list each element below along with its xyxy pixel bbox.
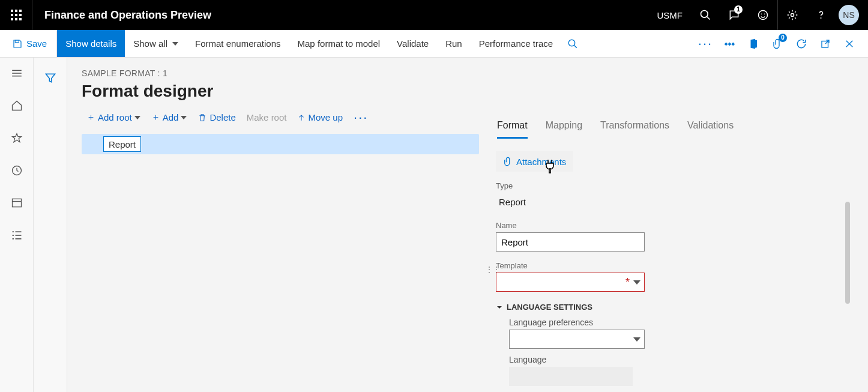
label-language: Language [509, 355, 863, 364]
chevron-down-icon [181, 116, 187, 119]
add-root-button[interactable]: ＋ Add root [84, 109, 143, 125]
messages-button[interactable]: 1 [720, 0, 749, 30]
perf-trace-button[interactable]: Performance trace [471, 30, 561, 57]
filter-icon [44, 72, 56, 84]
save-icon [12, 38, 23, 49]
nav-collapse-button[interactable] [7, 64, 26, 83]
nav-workspaces-button[interactable] [7, 193, 26, 213]
show-details-button[interactable]: Show details [57, 30, 125, 57]
nav-rail [0, 58, 34, 392]
filter-button[interactable] [41, 68, 60, 88]
close-icon [845, 39, 854, 49]
star-icon [11, 132, 23, 144]
nav-recent-button[interactable] [7, 161, 26, 180]
question-icon [815, 9, 827, 21]
svg-rect-20 [12, 199, 21, 207]
map-format-button[interactable]: Map format to model [289, 30, 389, 57]
svg-point-4 [764, 14, 765, 15]
workspace-icon [11, 197, 23, 209]
value-type: Report [496, 193, 607, 211]
modules-icon [11, 229, 23, 241]
add-root-label: Add root [98, 112, 132, 122]
top-bar: Finance and Operations Preview USMF 1 NS [0, 0, 868, 30]
gear-icon [786, 9, 798, 21]
add-button[interactable]: ＋ Add [149, 109, 190, 125]
svg-point-6 [821, 17, 822, 19]
tree-more-button[interactable] [351, 115, 370, 120]
save-button[interactable]: Save [0, 30, 57, 57]
svg-point-8 [568, 40, 575, 46]
page-title: Format designer [82, 82, 496, 101]
attachments-label: Attachments [516, 157, 566, 167]
personalize-button[interactable] [718, 30, 741, 58]
close-action-button[interactable] [838, 30, 861, 58]
validate-button[interactable]: Validate [388, 30, 437, 57]
properties-tabs: Format Mapping Transformations Validatio… [496, 120, 863, 139]
svg-rect-10 [725, 42, 728, 46]
personalize-icon [723, 38, 735, 50]
main-content: SAMPLE FORMAT : 1 Format designer ＋ Add … [67, 58, 868, 392]
feedback-button[interactable] [749, 0, 777, 30]
app-launcher-button[interactable] [0, 0, 32, 30]
language-preferences-dropdown[interactable] [509, 330, 645, 349]
show-details-label: Show details [65, 38, 116, 49]
tab-validations[interactable]: Validations [687, 120, 734, 139]
svg-line-1 [707, 17, 710, 20]
attachments-action-button[interactable]: 0 [766, 30, 789, 58]
tree-row-selected[interactable]: Report [82, 134, 479, 154]
nav-favorites-button[interactable] [7, 128, 26, 148]
tab-format[interactable]: Format [497, 120, 528, 139]
hamburger-icon [11, 69, 23, 77]
section-language-label: LANGUAGE SETTINGS [507, 303, 592, 312]
breadcrumb: SAMPLE FORMAT : 1 [82, 68, 496, 78]
label-name: Name [496, 221, 863, 230]
required-indicator-icon: * [625, 276, 630, 289]
properties-pane: Format Mapping Transformations Validatio… [496, 68, 863, 392]
move-up-button[interactable]: Move up [295, 110, 345, 125]
tree-node-report[interactable]: Report [103, 136, 141, 152]
show-all-label: Show all [133, 38, 167, 49]
label-lang-pref: Language preferences [509, 318, 863, 327]
refresh-icon [795, 38, 807, 50]
nav-modules-button[interactable] [7, 226, 26, 245]
popout-button[interactable] [814, 30, 837, 58]
delete-button[interactable]: Delete [195, 110, 238, 125]
toolbar-search-button[interactable] [561, 30, 584, 58]
name-input[interactable] [496, 232, 645, 252]
format-enumerations-button[interactable]: Format enumerations [187, 30, 289, 57]
tab-transformations[interactable]: Transformations [600, 120, 669, 139]
filter-rail [34, 58, 67, 392]
search-button[interactable] [691, 0, 720, 30]
show-all-button[interactable]: Show all [125, 30, 187, 57]
refresh-button[interactable] [790, 30, 813, 58]
waffle-icon [11, 10, 22, 20]
messages-badge: 1 [734, 5, 743, 14]
nav-home-button[interactable] [7, 96, 26, 115]
attachments-button[interactable]: Attachments [496, 151, 573, 172]
add-label: Add [163, 112, 179, 122]
run-button[interactable]: Run [437, 30, 471, 57]
help-button[interactable] [807, 0, 836, 30]
search-icon [567, 38, 578, 49]
template-dropdown[interactable]: * [496, 273, 645, 292]
office-button[interactable] [742, 30, 765, 58]
home-icon [11, 100, 23, 112]
attachments-badge: 0 [779, 34, 787, 42]
tab-mapping[interactable]: Mapping [546, 120, 582, 139]
move-up-label: Move up [308, 112, 343, 122]
more-actions-button[interactable] [694, 30, 717, 58]
scrollbar[interactable] [845, 202, 850, 304]
settings-button[interactable] [778, 0, 807, 30]
user-menu[interactable]: NS [836, 0, 868, 30]
chevron-down-icon [633, 337, 640, 342]
label-type: Type [496, 181, 863, 190]
make-root-button: Make root [244, 110, 289, 125]
company-picker[interactable]: USMF [649, 10, 692, 20]
clock-icon [11, 164, 23, 176]
caret-down-icon [496, 304, 503, 311]
section-language-settings[interactable]: LANGUAGE SETTINGS [496, 303, 863, 312]
designer-pane: SAMPLE FORMAT : 1 Format designer ＋ Add … [82, 68, 496, 392]
search-icon [699, 9, 711, 21]
tree-toolbar: ＋ Add root ＋ Add Delete Make root Move u… [82, 109, 496, 125]
trash-icon [197, 113, 207, 122]
